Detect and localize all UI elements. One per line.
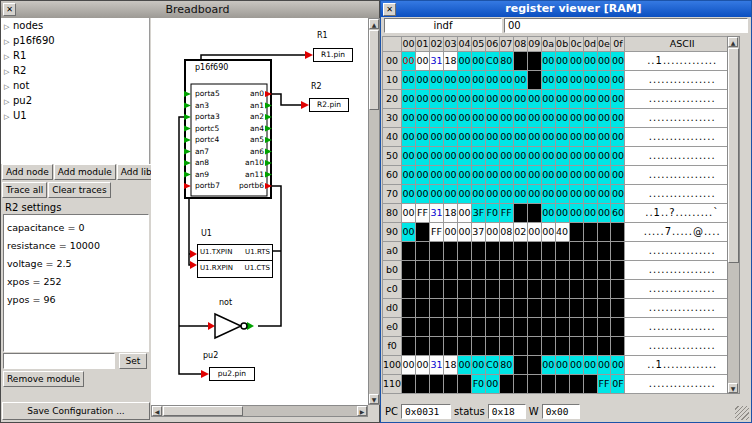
ram-cell-10-00[interactable]: 00	[402, 71, 416, 90]
ram-cell-20-08[interactable]: 00	[513, 90, 527, 109]
ram-cell-110-07[interactable]	[499, 375, 513, 394]
ram-cell-20-0b[interactable]: 00	[555, 90, 569, 109]
ram-cell-100-0c[interactable]: 00	[569, 356, 583, 375]
ram-cell-110-08[interactable]	[513, 375, 527, 394]
ram-cell-50-04[interactable]: 00	[457, 147, 471, 166]
canvas-vscrollbar[interactable]: ▲ ▼	[368, 18, 380, 405]
ram-cell-30-0c[interactable]: 00	[569, 109, 583, 128]
ram-cell-20-02[interactable]: 00	[430, 90, 444, 109]
ram-cell-b0-0d[interactable]	[583, 261, 597, 280]
ram-cell-10-0d[interactable]: 00	[583, 71, 597, 90]
register-viewer-titlebar[interactable]: ✕ register viewer [RAM]	[381, 1, 751, 17]
ram-cell-100-09[interactable]	[527, 356, 541, 375]
ram-cell-10-0e[interactable]: 00	[597, 71, 611, 90]
expander-icon[interactable]: ▷	[4, 110, 13, 125]
ram-cell-f0-00[interactable]	[402, 337, 416, 356]
ram-cell-80-0e[interactable]: 00	[597, 204, 611, 223]
chip-pin-an10[interactable]: an10	[234, 158, 264, 168]
ram-cell-80-04[interactable]: 00	[457, 204, 471, 223]
ram-cell-00-00[interactable]: 00	[402, 52, 416, 71]
ram-cell-30-0d[interactable]: 00	[583, 109, 597, 128]
ram-cell-30-04[interactable]: 00	[457, 109, 471, 128]
ram-cell-20-09[interactable]: 00	[527, 90, 541, 109]
chip-pin-an1[interactable]: an1	[234, 101, 264, 111]
ram-cell-b0-0a[interactable]	[541, 261, 555, 280]
ram-cell-c0-09[interactable]	[527, 280, 541, 299]
ram-cell-50-0c[interactable]: 00	[569, 147, 583, 166]
ram-cell-110-09[interactable]	[527, 375, 541, 394]
ram-cell-c0-0c[interactable]	[569, 280, 583, 299]
ram-cell-90-08[interactable]: 02	[513, 223, 527, 242]
ram-cell-100-02[interactable]: 31	[430, 356, 444, 375]
ram-cell-80-0a[interactable]: 00	[541, 204, 555, 223]
ram-cell-a0-0a[interactable]	[541, 242, 555, 261]
ram-cell-40-0b[interactable]: 00	[555, 128, 569, 147]
ram-cell-b0-01[interactable]	[416, 261, 430, 280]
breadboard-canvas[interactable]: porta5an3porta3portc5portc4an7an8an9port…	[151, 18, 368, 405]
ram-cell-c0-00[interactable]	[402, 280, 416, 299]
ram-cell-e0-0b[interactable]	[555, 318, 569, 337]
ram-cell-30-0e[interactable]: 00	[597, 109, 611, 128]
ram-cell-100-0b[interactable]: 00	[555, 356, 569, 375]
ram-cell-00-0a[interactable]: 00	[541, 52, 555, 71]
ram-cell-10-06[interactable]: 00	[485, 71, 499, 90]
ram-cell-50-03[interactable]: 00	[444, 147, 458, 166]
ram-cell-e0-06[interactable]	[485, 318, 499, 337]
ram-cell-e0-09[interactable]	[527, 318, 541, 337]
resize-grip[interactable]	[735, 406, 749, 420]
ram-cell-f0-0d[interactable]	[583, 337, 597, 356]
ram-cell-e0-0d[interactable]	[583, 318, 597, 337]
ram-cell-70-03[interactable]: 00	[444, 185, 458, 204]
ram-cell-b0-0e[interactable]	[597, 261, 611, 280]
ram-vscrollbar[interactable]: ▲ ▼	[727, 36, 740, 394]
ram-cell-110-0c[interactable]	[569, 375, 583, 394]
ram-cell-80-0b[interactable]: 00	[555, 204, 569, 223]
tree-item-nodes[interactable]: ▷nodes	[1, 18, 149, 33]
ram-cell-d0-07[interactable]	[499, 299, 513, 318]
chip-pin-portb7[interactable]: portb7	[195, 181, 220, 191]
ram-cell-f0-06[interactable]	[485, 337, 499, 356]
ram-cell-e0-00[interactable]	[402, 318, 416, 337]
ram-cell-e0-04[interactable]	[457, 318, 471, 337]
ram-cell-110-0f[interactable]: 0F	[611, 375, 625, 394]
ram-cell-20-0a[interactable]: 00	[541, 90, 555, 109]
ram-cell-60-0b[interactable]: 00	[555, 166, 569, 185]
ram-cell-80-06[interactable]: F0	[485, 204, 499, 223]
ram-cell-00-0f[interactable]: 00	[611, 52, 625, 71]
ram-cell-f0-0c[interactable]	[569, 337, 583, 356]
ram-cell-a0-02[interactable]	[430, 242, 444, 261]
chip-pin-portc5[interactable]: portc5	[195, 124, 219, 134]
ram-cell-00-0b[interactable]: 00	[555, 52, 569, 71]
chip-pin-an3[interactable]: an3	[195, 101, 209, 111]
ram-cell-110-01[interactable]	[416, 375, 430, 394]
ram-cell-100-0d[interactable]: 00	[583, 356, 597, 375]
ram-cell-d0-0e[interactable]	[597, 299, 611, 318]
ram-cell-90-0d[interactable]	[583, 223, 597, 242]
ram-cell-60-08[interactable]: 00	[513, 166, 527, 185]
add-module-button[interactable]: Add module	[54, 164, 116, 180]
ram-cell-40-04[interactable]: 00	[457, 128, 471, 147]
ram-cell-10-05[interactable]: 00	[471, 71, 485, 90]
tree-item-R1[interactable]: ▷R1	[1, 48, 149, 63]
ram-cell-10-01[interactable]: 00	[416, 71, 430, 90]
ram-cell-30-08[interactable]: 00	[513, 109, 527, 128]
ram-cell-b0-0c[interactable]	[569, 261, 583, 280]
ram-cell-40-0a[interactable]: 00	[541, 128, 555, 147]
ram-cell-100-0a[interactable]: 00	[541, 356, 555, 375]
ram-cell-a0-0c[interactable]	[569, 242, 583, 261]
ram-cell-70-01[interactable]: 00	[416, 185, 430, 204]
ram-cell-50-0d[interactable]: 00	[583, 147, 597, 166]
ram-cell-c0-07[interactable]	[499, 280, 513, 299]
set-button[interactable]: Set	[119, 353, 147, 369]
ram-cell-50-0f[interactable]: 00	[611, 147, 625, 166]
ram-cell-e0-0a[interactable]	[541, 318, 555, 337]
ram-cell-70-06[interactable]: 00	[485, 185, 499, 204]
chip-pin-portc4[interactable]: portc4	[195, 135, 219, 145]
hscroll-thumb[interactable]	[163, 406, 243, 416]
close-icon[interactable]: ✕	[3, 3, 16, 16]
ram-cell-50-08[interactable]: 00	[513, 147, 527, 166]
ram-cell-20-0f[interactable]: 00	[611, 90, 625, 109]
ram-cell-110-06[interactable]: 00	[485, 375, 499, 394]
ram-cell-20-00[interactable]: 00	[402, 90, 416, 109]
ram-cell-30-06[interactable]: 00	[485, 109, 499, 128]
